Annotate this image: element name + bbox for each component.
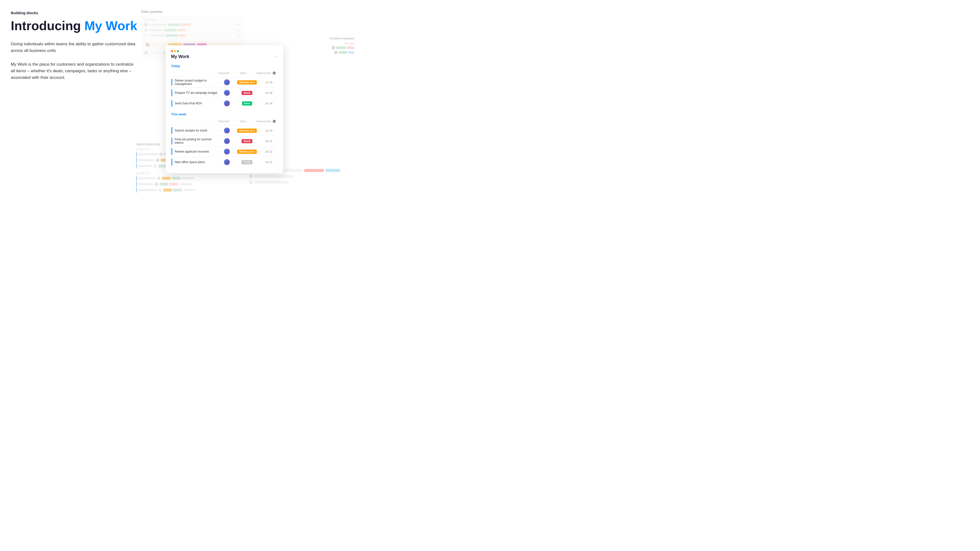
avatar-cell: 👤: [220, 159, 234, 165]
task-row: New office space plans👤To DoJul 22: [171, 157, 278, 167]
task-name: Submit receipts for travel: [175, 129, 219, 132]
description-text-2: My Work is the place for customers and o…: [11, 61, 138, 81]
cr-this-week: This week: [308, 42, 357, 44]
user-avatar: 👤: [224, 100, 230, 106]
week-tasks-list: Submit receipts for travel👤Working on it…: [171, 125, 278, 167]
description-block-1: Giving individuals within teams the abil…: [11, 41, 138, 81]
task-indicator: [172, 127, 172, 134]
status-badge: To Do: [242, 160, 252, 164]
date-cell: Jul 20: [260, 129, 277, 132]
task-indicator: [172, 100, 172, 107]
col-requester-label-week: Requester: [217, 120, 231, 123]
sr-row-2: [249, 175, 357, 178]
sp-row-3: $$$: [144, 33, 241, 38]
date-cell: Jul 21: [260, 140, 277, 143]
task-row: Review applicant resumes👤Working on itJu…: [171, 146, 278, 157]
user-avatar: 👤: [224, 128, 230, 133]
task-indicator: [172, 148, 172, 155]
creative-requests-bg: Creative requests This week: [308, 37, 357, 56]
task-name: Prepare TV ad campaign budget: [175, 91, 219, 95]
section-spacer: [171, 108, 278, 113]
task-name: Deliver project budget to management: [175, 79, 219, 86]
task-name: Review applicant resumes: [175, 150, 219, 153]
right-area: Sales pipeline Opportunities $$$ $$$: [136, 0, 357, 201]
sales-pipeline-title: Sales pipeline: [141, 10, 244, 13]
title-prefix: Introducing: [11, 19, 84, 33]
date-cell: Jul 18: [260, 102, 277, 105]
creative-requests-title: Creative requests: [308, 37, 357, 40]
status-cell: Stuck: [235, 139, 259, 143]
left-panel: Building blocks Introducing My Work Givi…: [11, 11, 138, 89]
sp-opportunities-label: Opportunities: [144, 19, 241, 21]
dot-green: [177, 50, 179, 52]
avatar-cell: 👤: [220, 138, 234, 144]
today-section-header: Today: [171, 64, 278, 69]
dot-yellow: [174, 50, 176, 52]
card-header: My Work ···: [171, 54, 278, 59]
task-name: Send Sara final NDA: [175, 102, 219, 105]
today-table-header: Requester Status Request date ⚙: [171, 71, 278, 75]
this-week-section-header: This week: [171, 113, 278, 117]
task-row: Send Sara final NDA👤DoneJul 18: [171, 98, 278, 108]
task-row: Deliver project budget to management👤Wor…: [171, 77, 278, 87]
cr-row-2: [308, 51, 357, 54]
col-settings-today: ⚙: [272, 71, 277, 75]
status-cell: To Do: [235, 160, 259, 164]
task-row: Prepare TV ad campaign budget👤StuckJul 1…: [171, 87, 278, 98]
sr-row-3: [249, 180, 357, 184]
avatar-cell: 👤: [220, 100, 234, 106]
col-status-label-week: Status: [231, 120, 255, 123]
task-indicator: [172, 138, 172, 144]
user-avatar: 👤: [224, 79, 230, 85]
status-badge: Stuck: [242, 139, 252, 143]
col-date-label-week: Request date: [255, 120, 272, 123]
status-cell: Working on it: [235, 80, 259, 84]
user-avatar: 👤: [224, 159, 230, 165]
main-title: Introducing My Work: [11, 19, 138, 33]
dots-menu-button[interactable]: ···: [274, 54, 278, 59]
task-row: Submit receipts for travel👤Working on it…: [171, 125, 278, 136]
week-table-header: Requester Status Request date ⚙: [171, 119, 278, 124]
status-cell: Working on it: [235, 129, 259, 133]
this-week-label: This week: [171, 113, 186, 116]
avatar-cell: 👤: [220, 90, 234, 96]
task-indicator: [172, 79, 172, 86]
status-badge: Done: [242, 102, 252, 106]
user-avatar: 👤: [224, 149, 230, 154]
status-badge: Stuck: [242, 91, 252, 95]
status-cell: Stuck: [235, 91, 259, 95]
avatar-cell: 👤: [220, 128, 234, 133]
col-date-label-today: Request date: [255, 72, 272, 75]
today-tasks-list: Deliver project budget to management👤Wor…: [171, 77, 278, 108]
cr-row-1: [308, 46, 357, 49]
sp-row-2: $$$: [144, 28, 241, 32]
col-status-label-today: Status: [231, 72, 255, 75]
task-name: Final job posting for summer interns: [175, 138, 219, 144]
user-avatar: 👤: [224, 90, 230, 96]
description-text-1: Giving individuals within teams the abil…: [11, 41, 138, 54]
my-work-card: My Work ··· Today Requester Status Reque…: [165, 45, 283, 173]
avatar-cell: 👤: [220, 79, 234, 85]
col-requester-label-today: Requester: [217, 72, 231, 75]
status-badge: Working on it: [237, 129, 257, 133]
date-cell: Jul 22: [260, 160, 277, 164]
building-blocks-label: Building blocks: [11, 11, 138, 15]
avatar-cell: 👤: [220, 149, 234, 154]
task-indicator: [172, 89, 172, 96]
sprint-row-6: [136, 187, 327, 192]
status-badge: Working on it: [237, 80, 257, 84]
task-name: New office space plans: [175, 160, 219, 164]
status-badge: Working on it: [237, 149, 257, 154]
task-row: Final job posting for summer interns👤Stu…: [171, 136, 278, 146]
dot-red: [171, 50, 173, 52]
date-cell: Jul 18: [260, 91, 277, 94]
col-settings-week: ⚙: [272, 119, 277, 124]
sp-row-1: $$$: [144, 23, 241, 27]
status-cell: Working on it: [235, 149, 259, 154]
date-cell: Jul 18: [260, 81, 277, 84]
today-label: Today: [171, 64, 180, 68]
date-cell: Jul 22: [260, 150, 277, 153]
task-indicator: [172, 159, 172, 165]
card-title: My Work: [171, 54, 189, 59]
status-cell: Done: [235, 102, 259, 106]
